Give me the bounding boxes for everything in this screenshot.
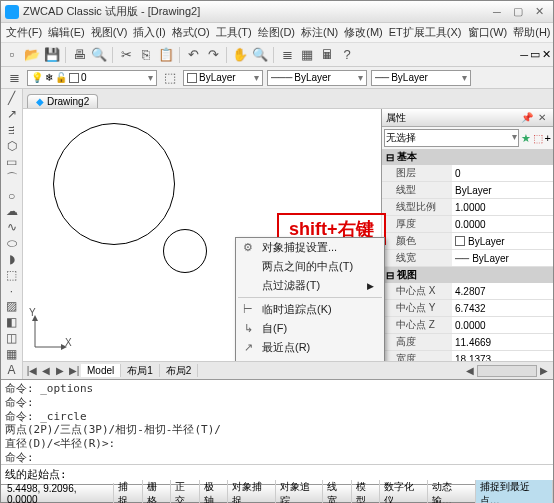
palette-icon[interactable]: ▦ <box>298 46 316 64</box>
line-icon[interactable]: ╱ <box>3 91 21 106</box>
tabnav-first[interactable]: |◀ <box>25 365 39 376</box>
color-dropdown[interactable]: ByLayer▾ <box>183 70 263 86</box>
property-row[interactable]: 线型ByLayer <box>382 182 553 199</box>
status-toggle[interactable]: 模型 <box>352 480 380 504</box>
lineweight-dropdown[interactable]: ──ByLayer▾ <box>371 70 471 86</box>
status-toggle[interactable]: 正交 <box>171 480 199 504</box>
status-toggle[interactable]: 对象捕捉 <box>228 480 276 504</box>
undo-icon[interactable]: ↶ <box>184 46 202 64</box>
circle-icon[interactable]: ○ <box>3 188 21 203</box>
status-toggle[interactable]: 数字化仪 <box>380 480 428 504</box>
snap-menu-item[interactable]: ◣端点(E) <box>236 357 384 361</box>
zoom-icon[interactable]: 🔍 <box>251 46 269 64</box>
property-row[interactable]: 线宽──ByLayer <box>382 250 553 267</box>
close-button[interactable]: ✕ <box>529 5 549 19</box>
linetype-dropdown[interactable]: ───ByLayer▾ <box>267 70 367 86</box>
revcloud-icon[interactable]: ☁ <box>3 204 21 219</box>
property-row[interactable]: 颜色ByLayer <box>382 233 553 250</box>
panel-pin-icon[interactable]: 📌 <box>520 111 534 125</box>
property-group[interactable]: ⊟视图 <box>382 267 553 283</box>
menu-item[interactable]: ET扩展工具(X) <box>386 25 465 40</box>
menu-item[interactable]: 绘图(D) <box>255 25 298 40</box>
status-toggle[interactable]: 线宽 <box>323 480 351 504</box>
layer-state-icon[interactable]: ⬚ <box>161 69 179 87</box>
hscroll-right[interactable]: ▶ <box>537 365 551 376</box>
rectangle-icon[interactable]: ▭ <box>3 154 21 169</box>
spline-icon[interactable]: ∿ <box>3 220 21 235</box>
snap-menu-item[interactable]: ⚙对象捕捉设置... <box>236 238 384 257</box>
minimize-button[interactable]: ─ <box>487 5 507 19</box>
polygon-icon[interactable]: ⬡ <box>3 138 21 153</box>
doc-tab[interactable]: ◆Drawing2 <box>27 94 98 108</box>
ellipse-icon[interactable]: ⬭ <box>3 236 21 251</box>
gradient-icon[interactable]: ◧ <box>3 315 21 330</box>
properties-grid[interactable]: ⊟基本图层0线型ByLayer线型比例1.0000厚度0.0000颜色ByLay… <box>382 149 553 361</box>
tabnav-last[interactable]: ▶| <box>67 365 81 376</box>
menu-item[interactable]: 视图(V) <box>88 25 131 40</box>
layout-tab[interactable]: Model <box>81 364 121 377</box>
select-icon[interactable]: ⬚ <box>533 132 543 145</box>
selection-dropdown[interactable]: 无选择 ▾ <box>384 129 519 147</box>
redo-icon[interactable]: ↷ <box>204 46 222 64</box>
print-icon[interactable]: 🖶 <box>70 46 88 64</box>
status-toggle[interactable]: 捕捉 <box>114 480 142 504</box>
layout-tab[interactable]: 布局1 <box>121 364 160 377</box>
property-row[interactable]: 中心点 X4.2807 <box>382 283 553 300</box>
property-row[interactable]: 中心点 Y6.7432 <box>382 300 553 317</box>
region-icon[interactable]: ◫ <box>3 331 21 346</box>
table-icon[interactable]: ▦ <box>3 346 21 361</box>
pan-icon[interactable]: ✋ <box>231 46 249 64</box>
hatch-icon[interactable]: ▨ <box>3 299 21 314</box>
calc-icon[interactable]: 🖩 <box>318 46 336 64</box>
status-toggle[interactable]: 对象追踪 <box>276 480 324 504</box>
property-row[interactable]: 厚度0.0000 <box>382 216 553 233</box>
property-row[interactable]: 高度11.4669 <box>382 334 553 351</box>
snap-menu-item[interactable]: ↗最近点(R) <box>236 338 384 357</box>
menu-item[interactable]: 修改(M) <box>341 25 386 40</box>
menu-item[interactable]: 插入(I) <box>130 25 168 40</box>
status-toggle[interactable]: 动态输… <box>428 480 476 504</box>
open-icon[interactable]: 📂 <box>23 46 41 64</box>
command-log[interactable]: 命令: _options命令:命令: _circle两点(2P)/三点(3P)/… <box>1 380 553 464</box>
point-icon[interactable]: ∙ <box>3 283 21 298</box>
hscroll-track[interactable] <box>477 365 537 377</box>
doc-close-button[interactable]: ✕ <box>542 48 551 61</box>
help-icon[interactable]: ? <box>338 46 356 64</box>
save-icon[interactable]: 💾 <box>43 46 61 64</box>
menu-item[interactable]: 格式(O) <box>169 25 213 40</box>
preview-icon[interactable]: 🔍 <box>90 46 108 64</box>
menu-item[interactable]: 帮助(H) <box>510 25 553 40</box>
menu-item[interactable]: 编辑(E) <box>45 25 88 40</box>
snap-menu-item[interactable]: ⊢临时追踪点(K) <box>236 300 384 319</box>
property-row[interactable]: 图层0 <box>382 165 553 182</box>
arc-icon[interactable]: ⌒ <box>3 170 21 187</box>
snap-menu-item[interactable]: 点过滤器(T)▶ <box>236 276 384 295</box>
pickadd-icon[interactable]: + <box>545 132 551 144</box>
copy-icon[interactable]: ⎘ <box>137 46 155 64</box>
layer-dropdown[interactable]: 💡❄🔓0▾ <box>27 70 157 86</box>
xline-icon[interactable]: ↗ <box>3 107 21 122</box>
doc-restore-button[interactable]: ▭ <box>530 48 540 61</box>
layers-icon[interactable]: ≣ <box>5 69 23 87</box>
block-icon[interactable]: ⬚ <box>3 267 21 282</box>
text-icon[interactable]: A <box>3 362 21 377</box>
hscroll-left[interactable]: ◀ <box>463 365 477 376</box>
menu-item[interactable]: 标注(N) <box>298 25 341 40</box>
doc-minimize-button[interactable]: ─ <box>520 49 528 61</box>
tabnav-next[interactable]: ▶ <box>53 365 67 376</box>
menu-item[interactable]: 文件(F) <box>3 25 45 40</box>
ellipse-arc-icon[interactable]: ◗ <box>3 251 21 266</box>
status-toggle[interactable]: 极轴 <box>200 480 228 504</box>
quickselect-icon[interactable]: ★ <box>521 132 531 145</box>
coordinates[interactable]: 5.4498, 9.2096, 0.0000 <box>1 483 114 504</box>
menu-item[interactable]: 窗口(W) <box>465 25 511 40</box>
property-row[interactable]: 线型比例1.0000 <box>382 199 553 216</box>
panel-close-icon[interactable]: ✕ <box>535 111 549 125</box>
polyline-icon[interactable]: Ⲷ <box>3 123 21 138</box>
snap-menu-item[interactable]: 两点之间的中点(T) <box>236 257 384 276</box>
maximize-button[interactable]: ▢ <box>508 5 528 19</box>
new-icon[interactable]: ▫ <box>3 46 21 64</box>
property-row[interactable]: 宽度18.1373 <box>382 351 553 361</box>
menu-item[interactable]: 工具(T) <box>213 25 255 40</box>
cut-icon[interactable]: ✂ <box>117 46 135 64</box>
